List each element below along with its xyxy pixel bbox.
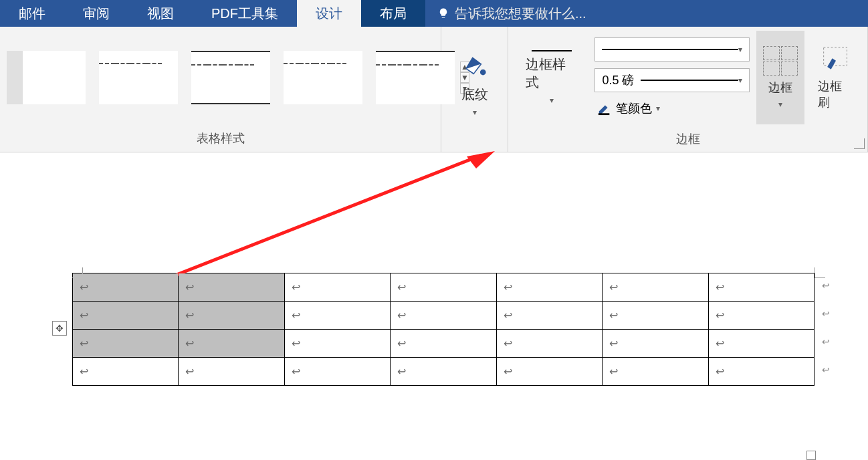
table-resize-handle[interactable]: [806, 451, 816, 460]
group-label-borders: 边框: [508, 128, 867, 152]
document-area: ✥ ↩ ↩ ↩ ↩ ↩ ↩ ↩↩ ↩ ↩ ↩ ↩ ↩ ↩ ↩↩ ↩ ↩ ↩ ↩ …: [0, 152, 868, 460]
table-cell[interactable]: ↩: [179, 358, 284, 386]
tab-mail[interactable]: 邮件: [0, 0, 64, 27]
line-sample-icon: [532, 50, 572, 51]
svg-line-3: [134, 155, 481, 292]
table-style-thumb[interactable]: [284, 51, 362, 104]
dialog-launcher-borders[interactable]: [854, 138, 865, 149]
paint-bucket-icon: [461, 53, 489, 82]
shading-button[interactable]: 底纹 ▾: [450, 49, 500, 121]
chevron-down-icon: ▾: [550, 96, 554, 105]
tab-pdf-tools[interactable]: PDF工具集: [193, 0, 297, 27]
table-cell[interactable]: ↩↩: [708, 302, 814, 330]
table-style-thumb[interactable]: [7, 51, 86, 104]
annotation-arrow: [134, 151, 508, 292]
document-table[interactable]: ↩ ↩ ↩ ↩ ↩ ↩ ↩↩ ↩ ↩ ↩ ↩ ↩ ↩ ↩↩ ↩ ↩ ↩ ↩ ↩ …: [72, 273, 815, 386]
table-cell[interactable]: ↩: [284, 302, 390, 330]
tab-design[interactable]: 设计: [297, 0, 361, 27]
chevron-down-icon: ▾: [738, 76, 742, 85]
table-cell[interactable]: ↩: [391, 358, 496, 386]
table-row[interactable]: ↩ ↩ ↩ ↩ ↩ ↩ ↩↩: [73, 330, 815, 358]
line-weight-dropdown[interactable]: 0.5 磅 ▾: [594, 68, 750, 92]
chevron-down-icon: ▾: [656, 104, 660, 113]
table-cell[interactable]: ↩: [73, 273, 179, 302]
svg-point-0: [479, 70, 485, 76]
table-cell[interactable]: ↩: [496, 302, 602, 330]
group-borders: 边框样式 ▾ ▾ 0.5 磅 ▾ 笔颜色: [508, 27, 868, 152]
chevron-down-icon: ▾: [778, 100, 782, 109]
border-style-button[interactable]: 边框样式 ▾: [515, 46, 588, 109]
table-cell[interactable]: ↩: [603, 358, 708, 386]
borders-button[interactable]: 边框 ▾: [756, 31, 804, 124]
line-weight-value: 0.5 磅: [602, 72, 634, 88]
table-cell[interactable]: ↩: [179, 273, 284, 302]
border-style-label: 边框样式: [526, 55, 577, 92]
tab-layout[interactable]: 布局: [361, 0, 425, 27]
borders-grid-icon: [763, 46, 798, 76]
table-cell[interactable]: ↩: [179, 302, 284, 330]
table-style-thumb[interactable]: [191, 51, 270, 104]
tell-me-placeholder: 告诉我您想要做什么...: [455, 5, 586, 23]
group-shading: 底纹 ▾: [441, 27, 508, 152]
chevron-down-icon: ▾: [473, 108, 477, 117]
svg-rect-1: [599, 113, 610, 115]
border-painter-label: 边框刷: [818, 78, 854, 110]
table-cell[interactable]: ↩: [391, 273, 496, 302]
table-cell[interactable]: ↩↩: [708, 358, 814, 386]
table-cell[interactable]: ↩: [73, 358, 179, 386]
table-cell[interactable]: ↩↩: [708, 330, 814, 358]
table-cell[interactable]: ↩: [284, 330, 390, 358]
shading-label: 底纹: [461, 86, 488, 104]
pen-color-label: 笔颜色: [616, 100, 652, 116]
group-table-styles: ▲ ▼ ▾ 表格样式: [0, 27, 441, 152]
line-sample-icon: [641, 80, 738, 81]
borders-button-label: 边框: [768, 80, 792, 96]
table-cell[interactable]: ↩: [496, 358, 602, 386]
margin-corner-icon: [815, 267, 825, 278]
table-cell[interactable]: ↩: [73, 302, 179, 330]
table-row[interactable]: ↩ ↩ ↩ ↩ ↩ ↩ ↩↩: [73, 273, 815, 302]
table-cell[interactable]: ↩↩: [708, 273, 814, 302]
border-painter-button[interactable]: 边框刷: [811, 31, 861, 124]
line-style-dropdown[interactable]: ▾: [594, 37, 750, 62]
table-row[interactable]: ↩ ↩ ↩ ↩ ↩ ↩ ↩↩: [73, 358, 815, 386]
table-cell[interactable]: ↩: [179, 330, 284, 358]
line-sample-icon: [602, 49, 738, 50]
table-cell[interactable]: ↩: [284, 358, 390, 386]
table-cell[interactable]: ↩: [603, 330, 708, 358]
ribbon-tab-bar: 邮件 审阅 视图 PDF工具集 设计 布局 告诉我您想要做什么...: [0, 0, 868, 27]
table-cell[interactable]: ↩: [391, 330, 496, 358]
svg-rect-2: [824, 47, 847, 66]
pen-icon: [597, 101, 612, 116]
table-cell[interactable]: ↩: [496, 330, 602, 358]
table-cell[interactable]: ↩: [496, 273, 602, 302]
table-row[interactable]: ↩ ↩ ↩ ↩ ↩ ↩ ↩↩: [73, 302, 815, 330]
table-styles-gallery[interactable]: [5, 51, 455, 104]
table-cell[interactable]: ↩: [391, 302, 496, 330]
lightbulb-icon: [437, 7, 449, 19]
table-cell[interactable]: ↩: [603, 273, 708, 302]
border-painter-icon: [819, 45, 853, 74]
table-cell[interactable]: ↩: [73, 330, 179, 358]
tab-view[interactable]: 视图: [128, 0, 193, 27]
tab-review[interactable]: 审阅: [64, 0, 128, 27]
pen-color-button[interactable]: 笔颜色 ▾: [594, 99, 750, 118]
table-style-thumb[interactable]: [99, 51, 178, 104]
table-cell[interactable]: ↩: [603, 302, 708, 330]
tell-me-search[interactable]: 告诉我您想要做什么...: [425, 0, 868, 27]
ribbon: ▲ ▼ ▾ 表格样式 底纹 ▾ 边框样式: [0, 27, 868, 152]
chevron-down-icon: ▾: [738, 45, 742, 54]
svg-marker-4: [467, 151, 495, 168]
group-label-table-styles: 表格样式: [0, 128, 441, 152]
table-cell[interactable]: ↩: [284, 273, 390, 302]
table-move-handle[interactable]: ✥: [52, 321, 67, 336]
